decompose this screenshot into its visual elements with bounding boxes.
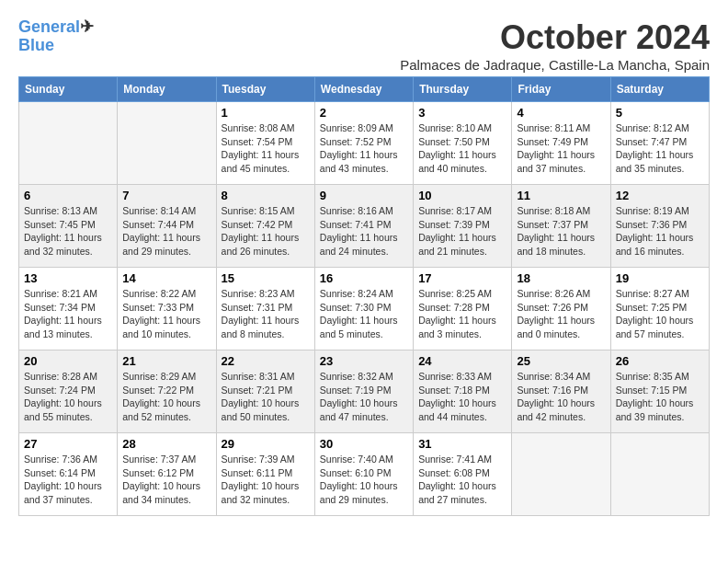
calendar-cell: 12Sunrise: 8:19 AMSunset: 7:36 PMDayligh… bbox=[610, 185, 709, 268]
weekday-header-sunday: Sunday bbox=[19, 77, 118, 102]
day-number: 1 bbox=[222, 106, 310, 120]
day-number: 7 bbox=[122, 189, 210, 202]
calendar-cell: 21Sunrise: 8:29 AMSunset: 7:22 PMDayligh… bbox=[118, 350, 216, 433]
calendar-cell: 10Sunrise: 8:17 AMSunset: 7:39 PMDayligh… bbox=[414, 185, 512, 268]
logo-blue: Blue bbox=[18, 36, 54, 54]
day-number: 3 bbox=[418, 106, 506, 120]
day-number: 2 bbox=[320, 106, 408, 120]
weekday-header-wednesday: Wednesday bbox=[314, 77, 413, 102]
day-info: Sunrise: 8:31 AMSunset: 7:21 PMDaylight:… bbox=[222, 370, 310, 424]
week-row-4: 20Sunrise: 8:28 AMSunset: 7:24 PMDayligh… bbox=[19, 350, 710, 433]
day-number: 24 bbox=[418, 354, 506, 368]
day-info: Sunrise: 8:28 AMSunset: 7:24 PMDaylight:… bbox=[24, 370, 112, 424]
day-info: Sunrise: 8:24 AMSunset: 7:30 PMDaylight:… bbox=[320, 287, 408, 341]
day-info: Sunrise: 8:26 AMSunset: 7:26 PMDaylight:… bbox=[517, 287, 605, 341]
day-number: 18 bbox=[517, 271, 605, 285]
week-row-1: 1Sunrise: 8:08 AMSunset: 7:54 PMDaylight… bbox=[19, 102, 710, 185]
day-info: Sunrise: 8:19 AMSunset: 7:36 PMDaylight:… bbox=[616, 204, 704, 259]
day-number: 25 bbox=[517, 354, 605, 368]
day-info: Sunrise: 8:16 AMSunset: 7:41 PMDaylight:… bbox=[320, 204, 408, 259]
day-number: 4 bbox=[517, 106, 605, 120]
day-info: Sunrise: 8:22 AMSunset: 7:33 PMDaylight:… bbox=[122, 287, 210, 341]
day-info: Sunrise: 7:40 AMSunset: 6:10 PMDaylight:… bbox=[320, 453, 408, 507]
calendar-cell: 4Sunrise: 8:11 AMSunset: 7:49 PMDaylight… bbox=[512, 102, 610, 185]
week-row-2: 6Sunrise: 8:13 AMSunset: 7:45 PMDaylight… bbox=[19, 185, 710, 268]
day-info: Sunrise: 7:36 AMSunset: 6:14 PMDaylight:… bbox=[24, 453, 112, 507]
day-number: 22 bbox=[222, 354, 310, 368]
day-number: 21 bbox=[122, 354, 210, 368]
calendar-cell: 23Sunrise: 8:32 AMSunset: 7:19 PMDayligh… bbox=[314, 350, 413, 433]
day-number: 10 bbox=[418, 189, 506, 202]
week-row-5: 27Sunrise: 7:36 AMSunset: 6:14 PMDayligh… bbox=[19, 433, 710, 516]
page-header: General✈ Blue October 2024 Palmaces de J… bbox=[18, 18, 710, 73]
calendar-cell: 25Sunrise: 8:34 AMSunset: 7:16 PMDayligh… bbox=[512, 350, 610, 433]
day-number: 5 bbox=[616, 106, 704, 120]
calendar-cell bbox=[118, 102, 216, 185]
location-subtitle: Palmaces de Jadraque, Castille-La Mancha… bbox=[400, 57, 710, 73]
calendar-cell: 30Sunrise: 7:40 AMSunset: 6:10 PMDayligh… bbox=[314, 433, 413, 516]
calendar-cell: 7Sunrise: 8:14 AMSunset: 7:44 PMDaylight… bbox=[118, 185, 216, 268]
weekday-header-monday: Monday bbox=[118, 77, 216, 102]
logo: General✈ Blue bbox=[18, 18, 94, 55]
calendar-cell: 19Sunrise: 8:27 AMSunset: 7:25 PMDayligh… bbox=[610, 268, 709, 350]
day-info: Sunrise: 8:34 AMSunset: 7:16 PMDaylight:… bbox=[517, 370, 605, 424]
day-number: 13 bbox=[24, 271, 112, 285]
weekday-header-friday: Friday bbox=[512, 77, 610, 102]
day-number: 16 bbox=[320, 271, 408, 285]
calendar-cell: 13Sunrise: 8:21 AMSunset: 7:34 PMDayligh… bbox=[19, 268, 118, 350]
weekday-header-row: SundayMondayTuesdayWednesdayThursdayFrid… bbox=[19, 77, 710, 102]
weekday-header-tuesday: Tuesday bbox=[216, 77, 314, 102]
day-info: Sunrise: 8:09 AMSunset: 7:52 PMDaylight:… bbox=[320, 121, 408, 176]
week-row-3: 13Sunrise: 8:21 AMSunset: 7:34 PMDayligh… bbox=[19, 268, 710, 350]
calendar-cell: 6Sunrise: 8:13 AMSunset: 7:45 PMDaylight… bbox=[19, 185, 118, 268]
logo-general: General bbox=[18, 17, 80, 36]
day-info: Sunrise: 8:21 AMSunset: 7:34 PMDaylight:… bbox=[24, 287, 112, 341]
day-number: 17 bbox=[418, 271, 506, 285]
month-title: October 2024 bbox=[400, 18, 710, 57]
day-number: 20 bbox=[24, 354, 112, 368]
calendar-cell: 16Sunrise: 8:24 AMSunset: 7:30 PMDayligh… bbox=[314, 268, 413, 350]
weekday-header-saturday: Saturday bbox=[610, 77, 709, 102]
calendar-cell bbox=[512, 433, 610, 516]
day-info: Sunrise: 8:14 AMSunset: 7:44 PMDaylight:… bbox=[122, 204, 210, 259]
day-number: 23 bbox=[320, 354, 408, 368]
day-info: Sunrise: 7:39 AMSunset: 6:11 PMDaylight:… bbox=[222, 453, 310, 507]
calendar-cell: 20Sunrise: 8:28 AMSunset: 7:24 PMDayligh… bbox=[19, 350, 118, 433]
calendar-cell: 3Sunrise: 8:10 AMSunset: 7:50 PMDaylight… bbox=[414, 102, 512, 185]
day-info: Sunrise: 8:08 AMSunset: 7:54 PMDaylight:… bbox=[222, 121, 310, 176]
day-info: Sunrise: 8:15 AMSunset: 7:42 PMDaylight:… bbox=[222, 204, 310, 259]
day-number: 31 bbox=[418, 437, 506, 451]
calendar-cell: 17Sunrise: 8:25 AMSunset: 7:28 PMDayligh… bbox=[414, 268, 512, 350]
day-number: 15 bbox=[222, 271, 310, 285]
day-info: Sunrise: 8:23 AMSunset: 7:31 PMDaylight:… bbox=[222, 287, 310, 341]
day-number: 11 bbox=[517, 189, 605, 202]
calendar-cell bbox=[610, 433, 709, 516]
calendar-cell: 15Sunrise: 8:23 AMSunset: 7:31 PMDayligh… bbox=[216, 268, 314, 350]
day-number: 12 bbox=[616, 189, 704, 202]
weekday-header-thursday: Thursday bbox=[414, 77, 512, 102]
day-info: Sunrise: 8:25 AMSunset: 7:28 PMDaylight:… bbox=[418, 287, 506, 341]
calendar-cell: 8Sunrise: 8:15 AMSunset: 7:42 PMDaylight… bbox=[216, 185, 314, 268]
day-number: 26 bbox=[616, 354, 704, 368]
day-number: 30 bbox=[320, 437, 408, 451]
day-number: 9 bbox=[320, 189, 408, 202]
day-number: 29 bbox=[222, 437, 310, 451]
day-info: Sunrise: 8:29 AMSunset: 7:22 PMDaylight:… bbox=[122, 370, 210, 424]
day-info: Sunrise: 8:32 AMSunset: 7:19 PMDaylight:… bbox=[320, 370, 408, 424]
calendar-cell: 28Sunrise: 7:37 AMSunset: 6:12 PMDayligh… bbox=[118, 433, 216, 516]
day-number: 19 bbox=[616, 271, 704, 285]
day-info: Sunrise: 8:35 AMSunset: 7:15 PMDaylight:… bbox=[616, 370, 704, 424]
day-info: Sunrise: 7:37 AMSunset: 6:12 PMDaylight:… bbox=[122, 453, 210, 507]
calendar-cell: 18Sunrise: 8:26 AMSunset: 7:26 PMDayligh… bbox=[512, 268, 610, 350]
calendar-cell: 1Sunrise: 8:08 AMSunset: 7:54 PMDaylight… bbox=[216, 102, 314, 185]
calendar-cell: 9Sunrise: 8:16 AMSunset: 7:41 PMDaylight… bbox=[314, 185, 413, 268]
day-number: 14 bbox=[122, 271, 210, 285]
day-number: 27 bbox=[24, 437, 112, 451]
calendar-cell: 24Sunrise: 8:33 AMSunset: 7:18 PMDayligh… bbox=[414, 350, 512, 433]
day-info: Sunrise: 8:17 AMSunset: 7:39 PMDaylight:… bbox=[418, 204, 506, 259]
calendar-cell: 27Sunrise: 7:36 AMSunset: 6:14 PMDayligh… bbox=[19, 433, 118, 516]
calendar-cell bbox=[19, 102, 118, 185]
day-info: Sunrise: 8:13 AMSunset: 7:45 PMDaylight:… bbox=[24, 204, 112, 259]
day-number: 28 bbox=[122, 437, 210, 451]
day-info: Sunrise: 8:27 AMSunset: 7:25 PMDaylight:… bbox=[616, 287, 704, 341]
